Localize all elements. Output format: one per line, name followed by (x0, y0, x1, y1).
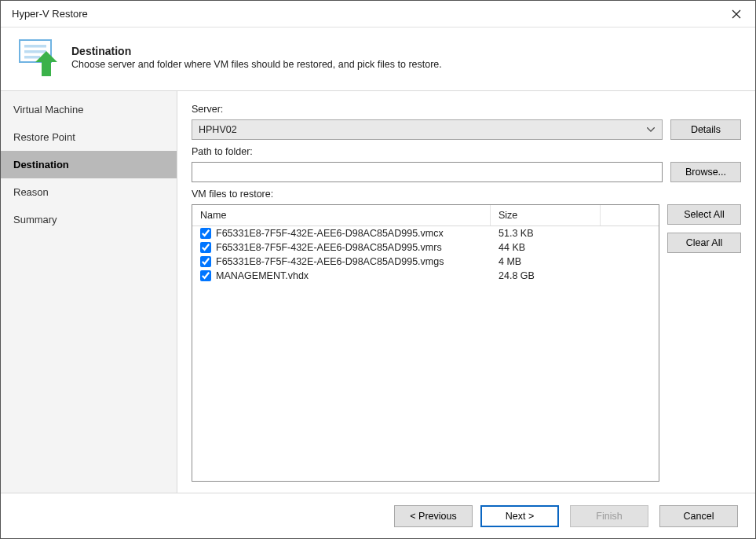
sidebar-item-label: Destination (13, 159, 69, 170)
wizard-sidebar: Virtual Machine Restore Point Destinatio… (1, 91, 177, 493)
file-checkbox[interactable] (200, 256, 211, 267)
files-listview[interactable]: Name Size F65331E8-7F5F-432E-AEE6-D98AC8… (192, 204, 659, 482)
file-size: 44 KB (491, 240, 601, 255)
page-title: Destination (71, 45, 741, 57)
browse-button[interactable]: Browse... (670, 162, 741, 182)
footer: < Previous Next > Finish Cancel (1, 493, 755, 538)
sidebar-item-label: Restore Point (13, 131, 75, 143)
file-checkbox[interactable] (200, 242, 211, 253)
file-name: F65331E8-7F5F-432E-AEE6-D98AC85AD995.vmr… (216, 242, 442, 253)
file-row[interactable]: F65331E8-7F5F-432E-AEE6-D98AC85AD995.vmr… (192, 240, 659, 255)
sidebar-item-label: Reason (13, 186, 49, 198)
file-row[interactable]: MANAGEMENT.vhdx24.8 GB (192, 269, 659, 283)
next-button[interactable]: Next > (480, 505, 559, 527)
file-row[interactable]: F65331E8-7F5F-432E-AEE6-D98AC85AD995.vmc… (192, 226, 659, 240)
path-input[interactable] (192, 162, 663, 182)
sidebar-item-restore-point[interactable]: Restore Point (1, 123, 177, 151)
svg-rect-3 (24, 45, 46, 48)
server-select-value: HPHV02 (199, 124, 645, 135)
listview-body: F65331E8-7F5F-432E-AEE6-D98AC85AD995.vmc… (192, 226, 659, 481)
svg-rect-4 (24, 50, 46, 53)
col-header-name[interactable]: Name (192, 205, 491, 226)
file-name: F65331E8-7F5F-432E-AEE6-D98AC85AD995.vmc… (216, 228, 444, 239)
file-name: MANAGEMENT.vhdx (216, 270, 309, 281)
server-label: Server: (192, 104, 741, 115)
server-select[interactable]: HPHV02 (192, 119, 663, 140)
close-button[interactable] (719, 2, 754, 27)
sidebar-item-label: Summary (13, 214, 57, 226)
header-text: Destination Choose server and folder whe… (71, 45, 741, 70)
path-label: Path to folder: (192, 146, 741, 157)
window-title: Hyper-V Restore (12, 8, 719, 20)
file-name: F65331E8-7F5F-432E-AEE6-D98AC85AD995.vmg… (216, 256, 444, 267)
sidebar-item-label: Virtual Machine (13, 104, 83, 116)
files-label: VM files to restore: (192, 189, 741, 200)
destination-icon (15, 35, 59, 79)
body: Virtual Machine Restore Point Destinatio… (1, 90, 755, 493)
sidebar-item-virtual-machine[interactable]: Virtual Machine (1, 96, 177, 123)
cancel-button[interactable]: Cancel (659, 505, 738, 527)
file-checkbox[interactable] (200, 228, 211, 239)
dialog-window: Hyper-V Restore Destination Choose serve… (0, 0, 756, 539)
clear-all-button[interactable]: Clear All (667, 233, 741, 253)
sidebar-item-summary[interactable]: Summary (1, 206, 177, 233)
svg-rect-5 (24, 56, 40, 59)
previous-button[interactable]: < Previous (394, 505, 473, 527)
file-row[interactable]: F65331E8-7F5F-432E-AEE6-D98AC85AD995.vmg… (192, 255, 659, 269)
col-header-spacer (601, 205, 659, 226)
file-checkbox[interactable] (200, 270, 211, 281)
select-all-button[interactable]: Select All (667, 204, 741, 225)
file-size: 51.3 KB (491, 226, 601, 240)
col-header-size[interactable]: Size (491, 205, 601, 226)
sidebar-item-reason[interactable]: Reason (1, 178, 177, 206)
file-size: 4 MB (491, 255, 601, 269)
finish-button: Finish (570, 505, 648, 527)
chevron-down-icon (645, 127, 657, 132)
details-button[interactable]: Details (670, 119, 741, 140)
page-subtitle: Choose server and folder where VM files … (71, 59, 741, 70)
titlebar: Hyper-V Restore (1, 1, 755, 28)
close-icon (732, 9, 741, 19)
listview-header: Name Size (192, 205, 659, 226)
header: Destination Choose server and folder whe… (1, 28, 755, 90)
sidebar-item-destination[interactable]: Destination (1, 151, 177, 178)
main-panel: Server: HPHV02 Details Path to folder: B… (177, 91, 755, 493)
file-size: 24.8 GB (491, 269, 601, 283)
